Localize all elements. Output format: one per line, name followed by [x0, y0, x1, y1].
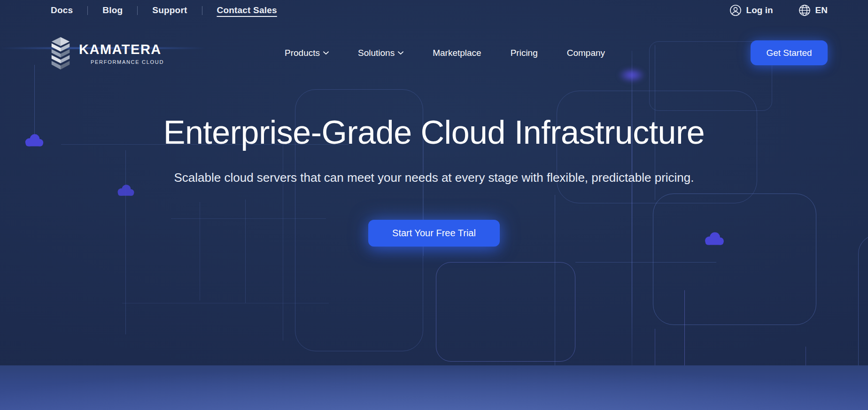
topbar-links: Docs Blog Support Contact Sales	[51, 5, 277, 15]
nav-item-label: Marketplace	[433, 47, 481, 59]
circuit-line	[283, 139, 283, 340]
topbar-link-docs[interactable]: Docs	[51, 5, 73, 15]
kamatera-logo-icon	[49, 36, 72, 71]
bottom-gradient-band	[0, 365, 868, 410]
circuit-line	[806, 347, 806, 365]
hero-subtitle: Scalable cloud servers that can meet you…	[0, 170, 868, 185]
brand-text: KAMATERA PERFORMANCE CLOUD	[79, 42, 164, 65]
nav-item-pricing[interactable]: Pricing	[511, 47, 538, 59]
cloud-shape	[116, 184, 136, 196]
login-button[interactable]: Log in	[729, 4, 773, 16]
nav-item-company[interactable]: Company	[567, 47, 605, 59]
circuit-line	[555, 195, 555, 365]
nav-item-products[interactable]: Products	[285, 47, 329, 59]
chevron-down-icon	[323, 51, 329, 55]
hero-title: Enterprise-Grade Cloud Infrastructure	[0, 114, 868, 151]
circuit-line	[575, 262, 716, 263]
separator	[137, 6, 138, 15]
language-selector[interactable]: EN	[798, 4, 828, 16]
get-started-button[interactable]: Get Started	[751, 40, 828, 65]
brand-logo[interactable]: KAMATERA PERFORMANCE CLOUD	[49, 36, 164, 71]
circuit-line	[632, 51, 632, 365]
nav-item-solutions[interactable]: Solutions	[358, 47, 403, 59]
circuit-rect	[653, 193, 816, 325]
kamatera-homepage: Docs Blog Support Contact Sales Log in	[0, 0, 868, 410]
circuit-line	[122, 303, 329, 303]
nav-item-label: Company	[567, 47, 605, 59]
brand-tagline: PERFORMANCE CLOUD	[91, 59, 164, 65]
language-label: EN	[815, 5, 828, 15]
topbar-right: Log in EN	[729, 4, 828, 16]
separator	[202, 6, 202, 15]
circuit-line	[200, 202, 200, 301]
circuit-rect	[436, 262, 575, 362]
nav-item-label: Solutions	[358, 47, 395, 59]
topbar: Docs Blog Support Contact Sales Log in	[0, 0, 868, 21]
topbar-link-contact-sales[interactable]: Contact Sales	[217, 5, 277, 15]
circuit-line	[655, 329, 655, 365]
topbar-link-support[interactable]: Support	[152, 5, 187, 15]
main-navigation: Products Solutions Marketplace Pricing C…	[285, 47, 605, 59]
topbar-link-blog[interactable]: Blog	[102, 5, 123, 15]
cloud-shape	[703, 231, 726, 246]
circuit-line	[171, 218, 326, 219]
circuit-line	[684, 290, 685, 365]
start-free-trial-button[interactable]: Start Your Free Trial	[368, 220, 500, 247]
nav-item-marketplace[interactable]: Marketplace	[433, 47, 481, 59]
user-icon	[729, 4, 742, 16]
globe-icon	[798, 4, 811, 16]
circuit-line	[245, 200, 246, 303]
chevron-down-icon	[398, 51, 403, 55]
login-label: Log in	[746, 5, 773, 15]
purple-glow-dot	[618, 68, 645, 83]
nav-item-label: Products	[285, 47, 320, 59]
brand-name: KAMATERA	[79, 42, 164, 57]
nav-item-label: Pricing	[511, 47, 538, 59]
separator	[87, 6, 88, 15]
